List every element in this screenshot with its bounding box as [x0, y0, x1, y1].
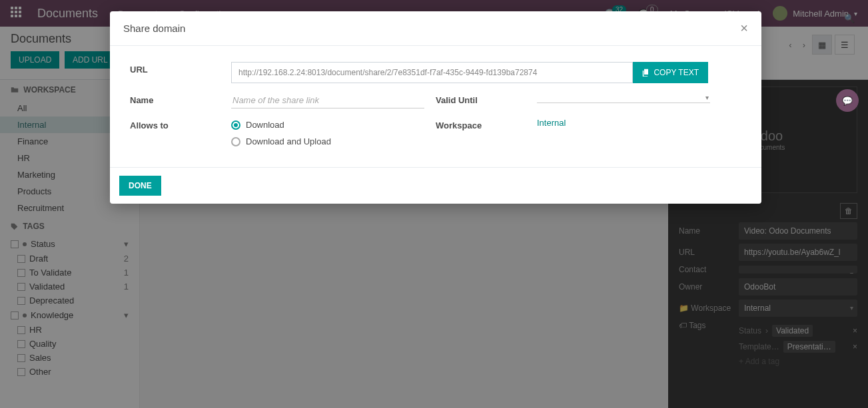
workspace-label: Workspace [436, 118, 537, 130]
share-name-input[interactable] [231, 93, 424, 108]
modal-title: Share domain [123, 23, 185, 34]
url-label: URL [130, 62, 231, 75]
allows-to-label: Allows to [130, 118, 231, 148]
copy-text-button[interactable]: COPY TEXT [633, 62, 708, 83]
radio-download[interactable]: Download [231, 120, 436, 130]
share-url-input[interactable] [231, 62, 633, 83]
workspace-value[interactable]: Internal [537, 118, 566, 128]
chevron-down-icon: ▾ [705, 94, 709, 101]
close-button[interactable]: × [740, 21, 748, 36]
name-label: Name [130, 93, 231, 108]
share-modal: Share domain × URL COPY TEXT Name [110, 11, 761, 204]
copy-icon [642, 69, 650, 77]
radio-download-upload[interactable]: Download and Upload [231, 136, 436, 146]
done-button[interactable]: DONE [119, 176, 161, 196]
chat-bubble-icon[interactable]: 💬 [836, 89, 859, 112]
valid-until-select[interactable]: ▾ [537, 93, 710, 103]
valid-until-label: Valid Until [436, 93, 537, 105]
